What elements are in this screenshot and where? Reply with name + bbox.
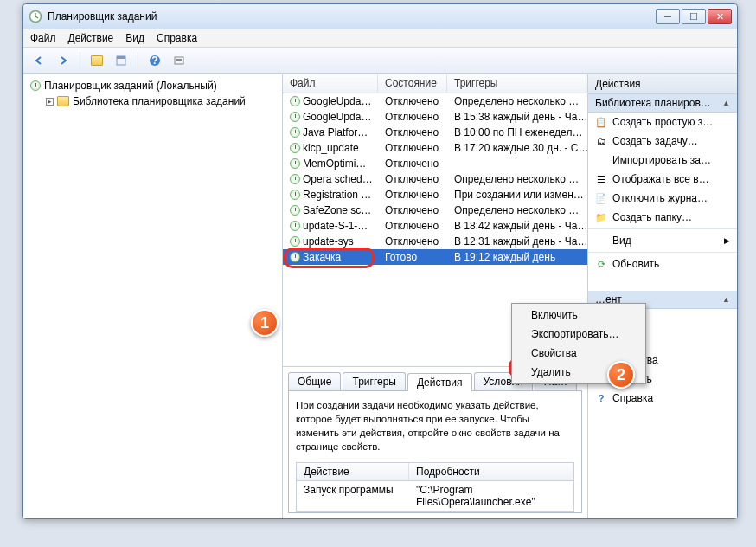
scheduler-icon [30,80,41,91]
task-row[interactable]: Registration …ОтключеноПри создании или … [283,187,587,203]
task-icon: 🗂 [595,135,607,147]
task-icon [290,112,300,122]
list-icon: ☰ [595,173,607,185]
col-state[interactable]: Состояние [378,74,447,93]
tree-library[interactable]: ▸ Библиотека планировщика заданий [27,93,279,109]
log-icon: 📄 [595,192,607,204]
app-icon [29,10,42,23]
col-triggers[interactable]: Триггеры [447,74,587,93]
task-icon [290,221,300,231]
collapse-icon: ▲ [722,295,730,304]
separator [80,52,80,69]
action-create-basic[interactable]: 📋Создать простую з… [588,113,737,132]
detail-pane: Общие Триггеры Действия Условия Па… При … [283,367,587,518]
actions-table: Действие Подробности Запуск программы "C… [296,462,574,512]
action-disable-log[interactable]: 📄Отключить журна… [588,189,737,208]
annotation-badge-1: 1 [251,309,279,337]
task-row[interactable]: GoogleUpda…ОтключеноОпределено несколько… [283,93,587,109]
task-row[interactable]: update-S-1-…ОтключеноВ 18:42 каждый день… [283,218,587,234]
task-icon [290,174,300,184]
menu-view[interactable]: Вид [125,32,144,44]
list-body[interactable]: GoogleUpda…ОтключеноОпределено несколько… [283,93,587,284]
ctx-export[interactable]: Экспортировать… [514,325,644,344]
tree-library-label: Библиотека планировщика заданий [73,95,246,107]
group-label: Библиотека планиров… [595,97,711,109]
task-icon [290,143,300,153]
action-type: Запуск программы [297,484,409,508]
tree-root[interactable]: Планировщик заданий (Локальный) [27,78,279,93]
help-button[interactable]: ? [144,50,165,71]
maximize-button[interactable]: ☐ [682,9,706,24]
annotation-badge-2: 2 [607,361,635,389]
expander-icon[interactable]: ▸ [46,98,54,106]
tab-general[interactable]: Общие [288,372,341,390]
menu-help[interactable]: Справка [157,32,197,44]
toolbar: ? [23,48,737,74]
separator [138,52,138,69]
task-row[interactable]: GoogleUpda…ОтключеноВ 15:38 каждый день … [283,109,587,125]
action-create-task[interactable]: 🗂Создать задачу… [588,132,737,151]
help-icon: ? [595,392,607,404]
list-header: Файл Состояние Триггеры [283,74,587,93]
tab-actions[interactable]: Действия [407,373,472,391]
action-refresh[interactable]: ⟳Обновить [588,254,737,274]
window-title: Планировщик заданий [48,10,656,23]
main-body: Планировщик заданий (Локальный) ▸ Библио… [23,74,737,518]
separator [588,252,737,253]
window-buttons: ─ ☐ ✕ [656,9,732,24]
separator [588,228,737,229]
task-icon [290,96,300,106]
task-row[interactable]: ЗакачкаГотовоВ 19:12 каждый день [283,249,587,265]
task-row[interactable]: Java Platfor…ОтключеноВ 10:00 по ПН ежен… [283,125,587,140]
actions-group-library[interactable]: Библиотека планиров… ▲ [588,94,737,113]
action-show-all[interactable]: ☰Отображать все в… [588,170,737,189]
action-import[interactable]: Импортировать за… [588,151,737,170]
menu-file[interactable]: Файл [30,32,56,44]
svg-rect-6 [176,59,182,61]
task-row[interactable]: klcp_updateОтключеноВ 17:20 каждые 30 дн… [283,140,587,156]
col-details[interactable]: Подробности [409,463,573,480]
action-row[interactable]: Запуск программы "C:\Program Files\Opera… [297,481,573,511]
up-button[interactable] [86,50,107,71]
folder-icon [57,96,69,106]
refresh-icon: ⟳ [595,258,607,270]
nav-forward-button[interactable] [53,50,74,71]
actions-pane-header: Действия [588,74,737,94]
tab-triggers[interactable]: Триггеры [343,372,406,390]
actions-description: При создании задачи необходимо указать д… [296,398,574,454]
col-action[interactable]: Действие [297,463,409,480]
action-help[interactable]: ?Справка [588,389,737,408]
views-button[interactable] [111,50,131,71]
task-icon: 📋 [595,116,607,128]
nav-back-button[interactable] [29,50,49,71]
tab-content: При создании задачи необходимо указать д… [288,390,582,513]
extra-button[interactable] [169,50,189,71]
minimize-button[interactable]: ─ [656,9,680,24]
action-new-folder[interactable]: 📁Создать папку… [588,208,737,227]
task-icon [290,158,300,169]
col-file[interactable]: Файл [283,74,378,93]
title-bar: Планировщик заданий ─ ☐ ✕ [23,4,737,29]
chevron-right-icon: ▶ [724,236,730,245]
task-icon [290,252,300,262]
menu-bar: Файл Действие Вид Справка [23,29,737,48]
task-row[interactable]: SafeZone sc…ОтключеноОпределено нескольк… [283,203,587,218]
task-row[interactable]: update-sysОтключеноВ 12:31 каждый день -… [283,234,587,249]
menu-action[interactable]: Действие [68,32,114,44]
collapse-icon: ▲ [722,99,730,107]
task-row[interactable]: Opera sched…ОтключеноОпределено нескольк… [283,171,587,187]
ctx-enable[interactable]: Включить [514,306,644,325]
content-pane: Файл Состояние Триггеры GoogleUpda…Отклю… [283,74,588,518]
import-icon [595,154,607,166]
tree-root-label: Планировщик заданий (Локальный) [44,80,217,92]
action-details: "C:\Program Files\Opera\launcher.exe" [409,484,573,508]
action-view[interactable]: Вид▶ [588,231,737,250]
close-button[interactable]: ✕ [708,9,732,24]
task-icon [290,205,300,216]
svg-rect-2 [117,56,125,59]
task-icon [290,127,300,138]
folder-icon: 📁 [595,211,607,223]
task-icon [290,190,300,200]
ctx-properties[interactable]: Свойства [514,344,644,363]
task-row[interactable]: MemOptimi…Отключено [283,156,587,171]
